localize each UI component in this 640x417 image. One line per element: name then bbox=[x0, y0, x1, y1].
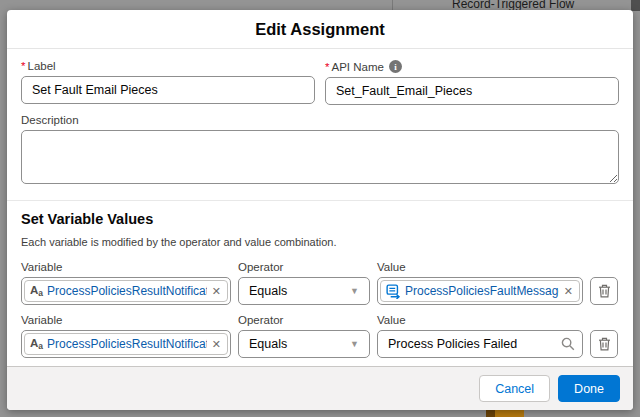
description-textarea[interactable] bbox=[21, 130, 619, 184]
api-name-field-label-text: API Name bbox=[331, 61, 383, 73]
required-asterisk: * bbox=[21, 60, 25, 72]
assignment-inputs-row: Aa ProcessPoliciesResultNotificationTitl… bbox=[21, 330, 619, 358]
assignment-row: Variable Operator Value Aa ProcessPolici… bbox=[21, 261, 619, 305]
modal-title: Edit Assignment bbox=[255, 20, 385, 39]
chevron-down-icon: ▼ bbox=[350, 286, 359, 296]
api-name-field-label: * API Name i bbox=[325, 60, 619, 73]
chevron-down-icon: ▼ bbox=[350, 339, 359, 349]
delete-assignment-button[interactable] bbox=[590, 277, 618, 305]
operator-selected-value: Equals bbox=[249, 337, 287, 351]
value-column-label: Value bbox=[377, 314, 583, 326]
text-type-icon: Aa bbox=[30, 285, 43, 298]
variable-column-label: Variable bbox=[21, 314, 231, 326]
section-subtext: Each variable is modified by the operato… bbox=[21, 236, 619, 248]
variable-pill-label: ProcessPoliciesResultNotificationTitle bbox=[47, 337, 207, 351]
required-asterisk: * bbox=[325, 61, 329, 73]
name-fields-row: * Label * API Name i bbox=[21, 60, 619, 105]
label-input[interactable] bbox=[21, 76, 315, 104]
label-field-label-text: Label bbox=[27, 60, 55, 72]
operator-selected-value: Equals bbox=[249, 284, 287, 298]
modal-header: Edit Assignment bbox=[7, 10, 633, 49]
value-pill-label: ProcessPoliciesFaultMessage bbox=[405, 284, 559, 298]
variable-column-label: Variable bbox=[21, 261, 231, 273]
info-icon[interactable]: i bbox=[389, 60, 402, 73]
modal-footer: Cancel Done bbox=[7, 366, 633, 410]
delete-assignment-button[interactable] bbox=[590, 330, 618, 358]
description-field-label-text: Description bbox=[21, 114, 79, 126]
variable-combobox[interactable]: Aa ProcessPoliciesResultNotificationTitl… bbox=[21, 330, 231, 358]
canvas-divider bbox=[392, 0, 393, 10]
api-name-field-group: * API Name i bbox=[325, 60, 619, 105]
text-type-icon: Aa bbox=[30, 338, 43, 351]
variable-pill[interactable]: Aa ProcessPoliciesResultNotificationTitl… bbox=[24, 333, 228, 355]
close-icon[interactable]: ✕ bbox=[211, 286, 222, 297]
assignment-row: Variable Operator Value Aa ProcessPolici… bbox=[21, 314, 619, 358]
trash-icon bbox=[598, 337, 611, 351]
variable-combobox[interactable]: Aa ProcessPoliciesResultNotificationBody… bbox=[21, 277, 231, 305]
cancel-button[interactable]: Cancel bbox=[479, 375, 550, 402]
value-combobox[interactable]: ProcessPoliciesFaultMessage ✕ bbox=[377, 277, 583, 305]
assignment-labels-row: Variable Operator Value bbox=[21, 261, 619, 277]
label-field-group: * Label bbox=[21, 60, 315, 105]
section-heading: Set Variable Values bbox=[21, 211, 619, 227]
assignment-inputs-row: Aa ProcessPoliciesResultNotificationBody… bbox=[21, 277, 619, 305]
operator-column-label: Operator bbox=[238, 314, 370, 326]
close-icon[interactable]: ✕ bbox=[211, 339, 222, 350]
description-field-label: Description bbox=[21, 114, 619, 126]
variable-icon bbox=[386, 284, 401, 299]
canvas-node-fragment bbox=[486, 410, 524, 417]
edit-assignment-modal: Edit Assignment * Label * API Name i bbox=[7, 10, 633, 410]
description-field-group: Description bbox=[21, 114, 619, 188]
assignment-labels-row: Variable Operator Value bbox=[21, 314, 619, 330]
label-field-label: * Label bbox=[21, 60, 315, 72]
variable-pill-label: ProcessPoliciesResultNotificationBody bbox=[47, 284, 207, 298]
done-button[interactable]: Done bbox=[558, 375, 620, 402]
operator-select[interactable]: Equals ▼ bbox=[238, 277, 370, 305]
operator-select[interactable]: Equals ▼ bbox=[238, 330, 370, 358]
section-divider bbox=[7, 200, 633, 201]
modal-body: * Label * API Name i Description Set V bbox=[7, 49, 633, 398]
value-search-input[interactable] bbox=[377, 330, 583, 358]
variable-pill[interactable]: Aa ProcessPoliciesResultNotificationBody… bbox=[24, 280, 228, 302]
value-search-field bbox=[377, 330, 583, 358]
operator-column-label: Operator bbox=[238, 261, 370, 273]
trash-icon bbox=[598, 284, 611, 298]
value-column-label: Value bbox=[377, 261, 583, 273]
close-icon[interactable]: ✕ bbox=[563, 286, 574, 297]
api-name-input[interactable] bbox=[325, 77, 619, 105]
search-icon[interactable] bbox=[561, 337, 575, 351]
value-pill[interactable]: ProcessPoliciesFaultMessage ✕ bbox=[380, 280, 580, 302]
